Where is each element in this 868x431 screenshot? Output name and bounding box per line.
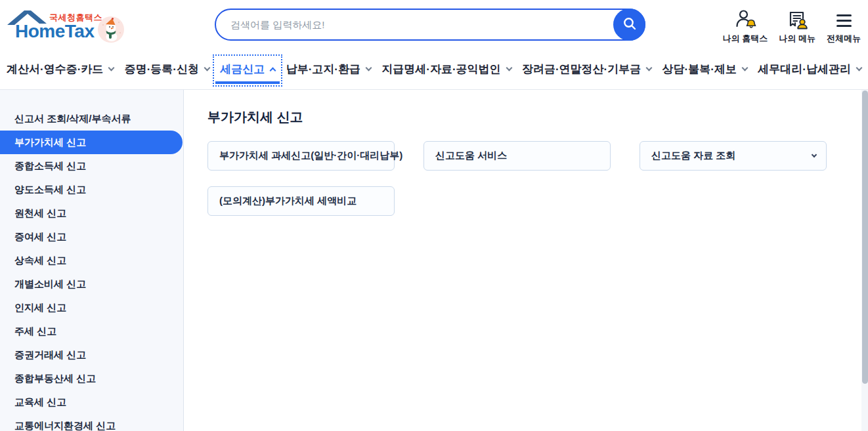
all-menu-label: 전체메뉴 bbox=[827, 33, 861, 45]
sidebar-item-education-tax[interactable]: 교육세 신고 bbox=[0, 390, 183, 414]
hometax-page: 국세청홈택스 HomeTax bbox=[0, 0, 868, 431]
card-vat-taxable-return[interactable]: 부가가치세 과세신고(일반·간이·대리납부) bbox=[207, 141, 395, 171]
hometax-logo[interactable]: 국세청홈택스 HomeTax bbox=[7, 5, 138, 46]
sidebar-item-capital-gains-tax[interactable]: 양도소득세 신고 bbox=[0, 178, 183, 201]
sidebar-item-withholding-tax[interactable]: 원천세 신고 bbox=[0, 201, 183, 225]
user-bell-icon bbox=[733, 7, 757, 31]
sidebar-item-liquor-tax[interactable]: 주세 신고 bbox=[0, 319, 183, 343]
sidebar-item-securities-transaction-tax[interactable]: 증권거래세 신고 bbox=[0, 343, 183, 367]
sidebar-item-comprehensive-real-estate-tax[interactable]: 종합부동산세 신고 bbox=[0, 367, 183, 390]
search-icon bbox=[622, 16, 637, 33]
card-label: 신고도움 자료 조회 bbox=[651, 150, 735, 162]
chevron-down-icon bbox=[741, 65, 748, 72]
chevron-down-icon bbox=[812, 152, 817, 157]
brand-name: HomeTax bbox=[15, 21, 94, 42]
nav-label: 지급명세·자료·공익법인 bbox=[381, 62, 500, 77]
nav-item-statement-data-nonprofit[interactable]: 지급명세·자료·공익법인 bbox=[381, 62, 511, 77]
my-menu-label: 나의 메뉴 bbox=[779, 33, 815, 45]
snowman-mascot-icon bbox=[97, 16, 125, 46]
nav-label: 세무대리·납세관리 bbox=[758, 62, 851, 77]
nav-label: 증명·등록·신청 bbox=[125, 62, 199, 77]
sidebar-item-income-tax[interactable]: 종합소득세 신고 bbox=[0, 154, 183, 178]
scrollbar-track[interactable] bbox=[861, 90, 868, 431]
nav-label: 상담·불복·제보 bbox=[662, 62, 737, 77]
card-row-1: 부가가치세 과세신고(일반·간이·대리납부) 신고도움 서비스 신고도움 자료 … bbox=[207, 141, 861, 171]
note-user-icon bbox=[785, 7, 809, 31]
nav-item-payment-notice-refund[interactable]: 납부·고지·환급 bbox=[286, 62, 371, 77]
chevron-down-icon bbox=[506, 65, 512, 72]
nav-label: 납부·고지·환급 bbox=[286, 62, 360, 77]
card-filing-help-service[interactable]: 신고도움 서비스 bbox=[423, 141, 611, 171]
chevron-up-icon bbox=[270, 68, 276, 74]
all-menu-button[interactable]: 전체메뉴 bbox=[827, 7, 861, 45]
nav-item-tax-agent-management[interactable]: 세무대리·납세관리 bbox=[758, 62, 861, 77]
sidebar: 신고서 조회/삭제/부속서류 부가가치세 신고 종합소득세 신고 양도소득세 신… bbox=[0, 90, 184, 431]
nav-label: 세금신고 bbox=[220, 62, 265, 77]
card-vat-simulation-compare[interactable]: (모의계산)부가가치세 세액비교 bbox=[207, 186, 395, 216]
chevron-down-icon bbox=[204, 65, 211, 72]
my-menu-button[interactable]: 나의 메뉴 bbox=[779, 7, 815, 45]
my-hometax-button[interactable]: 나의 홈택스 bbox=[723, 7, 768, 45]
chevron-down-icon bbox=[646, 65, 653, 72]
nav-label: 계산서·영수증·카드 bbox=[7, 62, 103, 77]
hamburger-icon bbox=[836, 7, 852, 31]
sidebar-item-return-inquiry[interactable]: 신고서 조회/삭제/부속서류 bbox=[0, 107, 183, 131]
sidebar-item-individual-consumption-tax[interactable]: 개별소비세 신고 bbox=[0, 272, 183, 296]
nav-label: 장려금·연말정산·기부금 bbox=[522, 62, 641, 77]
nav-item-invoice-receipt-card[interactable]: 계산서·영수증·카드 bbox=[7, 62, 114, 77]
sidebar-item-inheritance-tax[interactable]: 상속세 신고 bbox=[0, 249, 183, 272]
nav-item-tax-return[interactable]: 세금신고 bbox=[220, 62, 275, 77]
card-row-2: (모의계산)부가가치세 세액비교 bbox=[207, 186, 861, 216]
card-label: 부가가치세 과세신고(일반·간이·대리납부) bbox=[219, 150, 402, 162]
header-menu: 나의 홈택스 나의 메뉴 전체메뉴 bbox=[723, 7, 861, 45]
nav-item-incentive-yearend-donation[interactable]: 장려금·연말정산·기부금 bbox=[522, 62, 651, 77]
scrollbar-thumb[interactable] bbox=[862, 91, 868, 384]
chevron-down-icon bbox=[856, 65, 862, 72]
sidebar-item-gift-tax[interactable]: 증여세 신고 bbox=[0, 225, 183, 249]
main-nav: 계산서·영수증·카드 증명·등록·신청 세금신고 납부·고지·환급 지급명세·자… bbox=[0, 49, 868, 90]
card-label: 신고도움 서비스 bbox=[435, 150, 507, 162]
chevron-down-icon bbox=[108, 65, 115, 72]
nav-item-consult-appeal-report[interactable]: 상담·불복·제보 bbox=[662, 62, 747, 77]
card-filing-help-data-dropdown[interactable]: 신고도움 자료 조회 bbox=[640, 141, 827, 171]
my-hometax-label: 나의 홈택스 bbox=[723, 33, 768, 45]
header: 국세청홈택스 HomeTax bbox=[0, 0, 868, 49]
sidebar-item-vat-return[interactable]: 부가가치세 신고 bbox=[0, 131, 183, 154]
search-bar bbox=[215, 9, 645, 41]
main-content: 부가가치세 신고 부가가치세 과세신고(일반·간이·대리납부) 신고도움 서비스… bbox=[184, 90, 861, 431]
chevron-down-icon bbox=[366, 65, 372, 72]
search-button[interactable] bbox=[613, 9, 645, 41]
sidebar-item-transport-energy-env-tax[interactable]: 교통에너지환경세 신고 bbox=[0, 414, 183, 431]
nav-item-certificate-register[interactable]: 증명·등록·신청 bbox=[125, 62, 209, 77]
page-title: 부가가치세 신고 bbox=[207, 108, 861, 126]
search-input[interactable] bbox=[216, 10, 597, 39]
sidebar-item-stamp-tax[interactable]: 인지세 신고 bbox=[0, 296, 183, 319]
card-label: (모의계산)부가가치세 세액비교 bbox=[219, 195, 357, 207]
